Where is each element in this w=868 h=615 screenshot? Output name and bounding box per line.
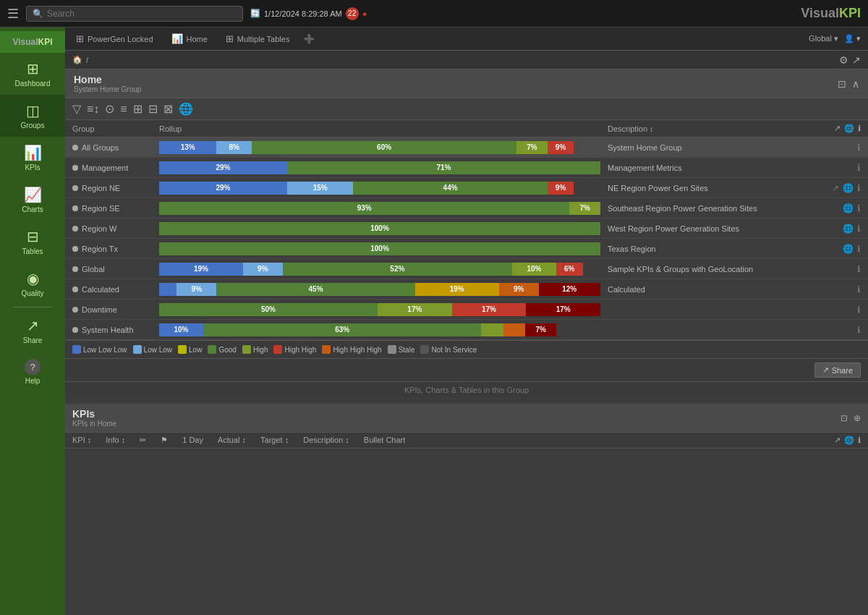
bar-segment: 17% [378, 303, 452, 316]
home-breadcrumb-icon[interactable]: 🏠 [72, 55, 82, 64]
user-menu[interactable]: 👤 ▾ [844, 34, 861, 43]
config-icon[interactable]: ⊙ [105, 102, 114, 116]
group-col-header[interactable]: Group [72, 124, 159, 133]
table-icon[interactable]: ⊟ [148, 102, 158, 116]
group-row-actions: ↗🌐ℹ [803, 183, 861, 193]
info-icon[interactable]: ℹ [857, 203, 861, 213]
sort-icon[interactable]: ≡↕ [87, 103, 99, 116]
global-dropdown[interactable]: Global ▾ [809, 34, 838, 43]
tab-add-icon[interactable]: ➕ [304, 34, 315, 44]
alert-dot: ● [362, 9, 367, 18]
alert-badge[interactable]: 22 [346, 7, 359, 20]
home-subtitle: System Home Group [74, 85, 141, 93]
sidebar-item-charts[interactable]: 📈 Charts [0, 179, 65, 221]
table-row: All Groups13%8%60%7%9%System Home Groupℹ [65, 137, 868, 158]
group-row-actions: 🌐ℹ [803, 244, 861, 254]
kpi-col-info[interactable]: Info ↕ [106, 436, 125, 445]
bar-segment: 8% [216, 141, 252, 154]
sidebar-item-share[interactable]: ↗ Share [0, 310, 65, 352]
kpi-col-flag[interactable]: ⚑ [161, 436, 168, 445]
search-area[interactable]: 🔍 [26, 6, 243, 22]
dashboard-icon: ⊞ [27, 60, 39, 77]
collapse-icon[interactable]: ∧ [852, 78, 859, 90]
search-input[interactable] [47, 9, 237, 19]
rollup-bar: 29%71% [159, 161, 600, 174]
bar-segment: 93% [159, 202, 569, 215]
kpis-add-icon[interactable]: ⊕ [854, 413, 861, 423]
tab-multiple-tables[interactable]: ⊞ Multiple Tables [222, 27, 294, 50]
globe-icon[interactable]: 🌐 [843, 224, 854, 234]
kpi-col-edit[interactable]: ✏ [140, 436, 146, 445]
tab-powrgen[interactable]: ⊞ PowerGen Locked [72, 27, 157, 50]
desc-col-header[interactable]: Description ↕ [600, 124, 803, 133]
sidebar-item-tables[interactable]: ⊟ Tables [0, 221, 65, 263]
info-icon[interactable]: ℹ [857, 284, 861, 294]
breadcrumb-expand-icon[interactable]: ↗ [852, 54, 861, 66]
kpi-header-globe-icon: 🌐 [844, 436, 854, 445]
list-item: Low Low [133, 345, 172, 354]
sidebar-item-kpis[interactable]: 📊 KPIs [0, 137, 65, 179]
bar-segment [503, 323, 526, 336]
quality-icon: ◉ [27, 270, 39, 287]
table-row: System Health10%63%7%ℹ [65, 320, 868, 340]
list-item: High High [273, 345, 316, 354]
kpis-expand-icon[interactable]: ⊡ [841, 413, 848, 423]
info-icon[interactable]: ℹ [857, 244, 861, 254]
legend-color-dot [208, 345, 216, 354]
kpi-col-bullet[interactable]: Bullet Chart [364, 436, 405, 445]
info-icon[interactable]: ℹ [857, 305, 861, 315]
globe-icon[interactable]: 🌐 [843, 183, 854, 193]
sidebar-item-help[interactable]: ? Help [0, 352, 65, 392]
external-link-icon[interactable]: ↗ [832, 183, 839, 193]
filter-icon[interactable]: ▽ [72, 102, 81, 116]
list-icon[interactable]: ≡ [120, 103, 127, 116]
tab-home[interactable]: 📊 Home [168, 27, 211, 50]
legend-color-dot [322, 345, 331, 354]
info-icon[interactable]: ℹ [857, 224, 861, 234]
sidebar-item-groups[interactable]: ◫ Groups [0, 95, 65, 137]
tab-powrgen-label: PowerGen Locked [88, 35, 153, 43]
table-row: Region NE29%15%44%9%NE Region Power Gen … [65, 178, 868, 198]
group-desc-cell: Southeast Region Power Generation Sites [600, 204, 803, 213]
kpi-col-kpi[interactable]: KPI ↕ [72, 436, 91, 445]
info-icon[interactable]: ℹ [857, 183, 861, 193]
kpi-col-1day[interactable]: 1 Day [182, 436, 203, 445]
refresh-icon[interactable]: 🔄 [250, 9, 260, 18]
kpi-col-desc[interactable]: Description ↕ [303, 436, 349, 445]
kpi-col-target[interactable]: Target ↕ [260, 436, 289, 445]
info-icon[interactable]: ℹ [857, 143, 861, 153]
kpi-col-actual[interactable]: Actual ↕ [218, 436, 246, 445]
info-icon[interactable]: ℹ [857, 264, 861, 274]
expand-icon[interactable]: ⊡ [838, 78, 846, 90]
info-icon[interactable]: ℹ [857, 325, 861, 335]
topbar: ☰ 🔍 🔄 1/12/2024 8:29:28 AM 22 ● Visual K… [0, 0, 868, 27]
info-icon[interactable]: ℹ [857, 163, 861, 173]
group-rows: All Groups13%8%60%7%9%System Home Groupℹ… [65, 137, 868, 340]
bar-segment: 9% [176, 283, 216, 296]
bar-segment: 44% [353, 182, 547, 195]
legend-color-dot [273, 345, 282, 354]
table-row: Region SE93%7%Southeast Region Power Gen… [65, 198, 868, 219]
sidebar-label-charts: Charts [22, 205, 43, 213]
sidebar-label-tables: Tables [22, 247, 43, 255]
secondary-nav: ⊞ PowerGen Locked 📊 Home ⊞ Multiple Tabl… [65, 27, 868, 51]
status-dot [72, 266, 78, 272]
rollup-col-header[interactable]: Rollup [159, 124, 600, 133]
sidebar-item-quality[interactable]: ◉ Quality [0, 263, 65, 305]
sidebar-item-dashboard[interactable]: ⊞ Dashboard [0, 53, 65, 95]
hamburger-icon[interactable]: ☰ [7, 6, 19, 22]
sidebar-label-quality: Quality [21, 289, 43, 297]
group-row-actions: ℹ [803, 284, 861, 294]
grid-icon[interactable]: ⊞ [133, 102, 142, 116]
table-row: Region W100%West Region Power Generation… [65, 219, 868, 239]
chart-icon[interactable]: ⊠ [163, 102, 173, 116]
geo-icon[interactable]: 🌐 [179, 102, 193, 116]
group-name-cell: All Groups [72, 143, 159, 152]
tab-home-label: Home [187, 35, 208, 43]
share-button[interactable]: ↗ Share [814, 362, 861, 378]
rollup-bar: 13%8%60%7%9% [159, 141, 600, 154]
breadcrumb-settings-icon[interactable]: ⚙ [839, 54, 848, 66]
rollup-bar: 9%45%19%9%12% [159, 283, 600, 296]
globe-icon[interactable]: 🌐 [843, 244, 854, 254]
globe-icon[interactable]: 🌐 [843, 203, 854, 213]
